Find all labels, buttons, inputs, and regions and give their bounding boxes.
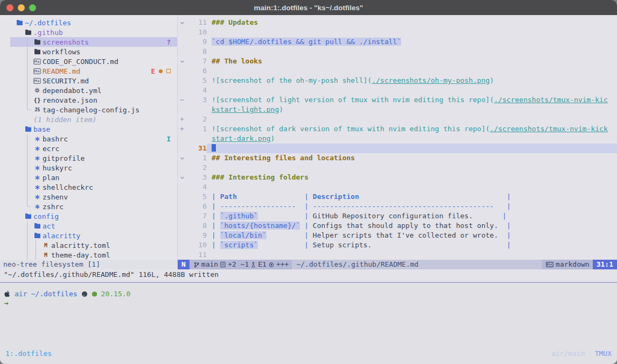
editor-gutter: 31 [178, 144, 207, 153]
fold-marker [178, 221, 186, 231]
folder-icon [24, 27, 32, 37]
editor-line[interactable]: 11 [178, 250, 617, 260]
editor-gutter: 5 [178, 76, 207, 85]
tree-item--1-hidden-item-[interactable]: (1 hidden item) [0, 115, 177, 124]
minimize-button[interactable] [18, 4, 25, 11]
editor-gutter: 8 [178, 221, 207, 231]
editor-line-text: | `scripts` | Setup scripts. | [207, 240, 617, 250]
editor-line-text: ### Interesting folders [207, 173, 617, 182]
tmux-statusbar: 1:.dotfiles air/main TMUX [0, 349, 617, 358]
md-icon [33, 76, 41, 85]
editor-line[interactable]: 5![screenshot of the oh-my-posh shell](.… [178, 76, 617, 85]
editor-line-text [207, 85, 617, 95]
editor-line[interactable]: 8 [178, 47, 617, 56]
editor-line[interactable]: 11### Updates [178, 18, 617, 27]
tree-item-label: theme-day.toml [51, 251, 110, 259]
line-number: 11 [186, 18, 207, 27]
editor-gutter: 6 [178, 66, 207, 76]
editor-gutter: 4 [178, 85, 207, 95]
filetype-label: markdown [556, 260, 590, 269]
tree-item-label: screenshots [43, 38, 89, 46]
line-number: 8 [186, 221, 207, 231]
editor-line[interactable]: 10| `scripts` | Setup scripts. | [178, 240, 617, 250]
fold-marker: + [178, 124, 186, 134]
editor-line[interactable]: 5| Path | Description | [178, 192, 617, 202]
tree-item--dotfiles[interactable]: ~/.dotfiles [0, 18, 177, 27]
editor-line[interactable]: 4 [178, 182, 617, 192]
shell-pane[interactable]: air ~/.dotfiles 20.15.0 → 1:.dotfiles ai… [0, 280, 617, 364]
editor-gutter: 10 [178, 240, 207, 250]
tree-item-base[interactable]: base [0, 124, 177, 134]
mode-indicator: N [178, 260, 190, 269]
line-number: 4 [186, 85, 207, 95]
editor-gutter: 6 [178, 202, 207, 211]
git-branch: main [201, 260, 218, 269]
neo-tree-sidebar[interactable]: ~/.dotfiles.githubscreenshots?workflowsC… [0, 15, 178, 260]
ast-icon [33, 144, 41, 153]
close-button[interactable] [6, 4, 13, 11]
line-number [186, 134, 207, 144]
editor-line[interactable]: 7## The looks [178, 56, 617, 66]
braces-icon: {} [33, 95, 41, 105]
editor-line[interactable]: 3### Interesting folders [178, 173, 617, 182]
titlebar: main:1:.dotfiles - "ks~/.dotfiles" [0, 0, 617, 15]
line-number: 5 [186, 192, 207, 202]
js-icon: JS [33, 105, 41, 115]
prompt-arrow[interactable]: → [4, 299, 617, 309]
tree-item-label: renovate.json [43, 96, 97, 104]
statusline-extra: +++ [276, 260, 289, 269]
editor-line-text: | `.github` | GitHub Repository configur… [207, 211, 617, 221]
line-number: 8 [186, 47, 207, 56]
editor-line[interactable]: 8| `hosts/{hostname}/` | Configs that sh… [178, 221, 617, 231]
editor-line[interactable]: 31 [178, 144, 617, 153]
editor-line[interactable]: 4 [178, 85, 617, 95]
ast-icon [33, 202, 41, 211]
editor-gutter: 5 [178, 192, 207, 202]
editor-gutter: 8 [178, 47, 207, 56]
tree-indent-guide [36, 240, 39, 260]
editor-line-text: | `hosts/{hostname}/` | Configs that sho… [207, 221, 617, 231]
editor-line[interactable]: start-dark.png) [178, 134, 617, 144]
gear-icon [33, 85, 41, 95]
editor-line[interactable]: 2 [178, 163, 617, 173]
tree-item-config[interactable]: config [0, 211, 177, 221]
editor-line[interactable]: kstart-light.png) [178, 105, 617, 115]
fold-marker [178, 250, 186, 260]
editor-line-text: ## Interesting files and locations [207, 153, 617, 163]
editor-line-text: ![screenshot of the oh-my-posh shell](./… [207, 76, 617, 85]
editor-line[interactable]: +1![screenshot of dark version of tmux w… [178, 124, 617, 134]
buffer-icon [220, 261, 226, 268]
line-number: 2 [186, 163, 207, 173]
fold-marker [178, 37, 186, 47]
line-number [186, 105, 207, 115]
folder-icon [24, 124, 32, 134]
zoom-button[interactable] [29, 4, 36, 11]
prompt-host: air [15, 290, 27, 298]
editor-line[interactable]: 7| `.github` | GitHub Repository configu… [178, 211, 617, 221]
editor-line[interactable]: 1## Interesting files and locations [178, 153, 617, 163]
editor-line-text [207, 163, 617, 173]
editor-line[interactable]: 6| ------------------ | ----------------… [178, 202, 617, 211]
line-number: 10 [186, 240, 207, 250]
tree-item-label: config [33, 212, 59, 220]
line-number: 9 [186, 37, 207, 47]
editor-line-text: | `local/bin` | Helper scripts that I've… [207, 231, 617, 240]
editor-line[interactable]: 9| `local/bin` | Helper scripts that I'v… [178, 231, 617, 240]
editor-line-text: ## The looks [207, 56, 617, 66]
editor-line[interactable]: 10 [178, 27, 617, 37]
fold-marker [178, 134, 186, 144]
tree-item--github[interactable]: .github [0, 27, 177, 37]
editor-line[interactable]: +2 [178, 115, 617, 124]
fold-marker [178, 76, 186, 85]
tree-item-label: zshrc [43, 203, 64, 211]
editor-line[interactable]: 6 [178, 66, 617, 76]
editor-line[interactable]: 9`cd $HOME/.dotfiles && git pull && ./in… [178, 37, 617, 47]
tree-item-label: ecrc [43, 145, 59, 153]
tree-item-label: huskyrc [43, 164, 72, 172]
tmux-window-name[interactable]: 1:.dotfiles [5, 349, 52, 358]
editor-line-text [207, 66, 617, 76]
tree-item-label: SECURITY.md [43, 77, 89, 85]
editor-pane[interactable]: 11### Updates109`cd $HOME/.dotfiles && g… [178, 15, 617, 260]
editor-line[interactable]: ~3![screenshot of light version of tmux … [178, 95, 617, 105]
fold-marker: + [178, 115, 186, 124]
